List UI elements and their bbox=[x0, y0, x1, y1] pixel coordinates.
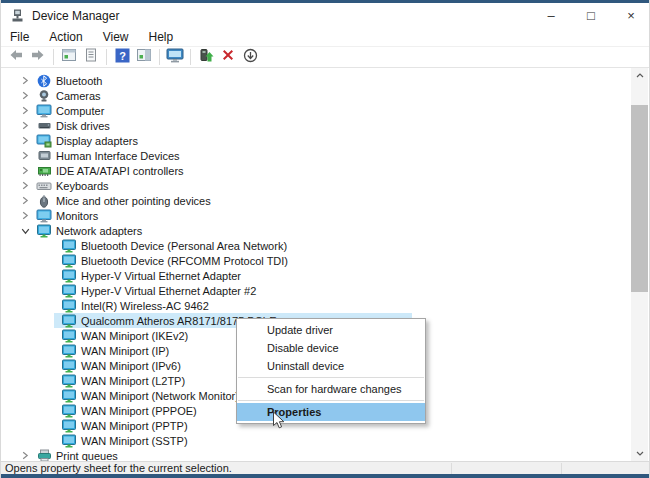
chevron-right-icon[interactable] bbox=[19, 451, 31, 461]
tree-item-monitors[interactable]: Monitors bbox=[2, 208, 634, 223]
maximize-button[interactable]: □ bbox=[571, 3, 611, 28]
tree-item-label: Network adapters bbox=[56, 225, 142, 237]
vertical-scrollbar[interactable] bbox=[631, 68, 648, 461]
tree-item-display-adapters[interactable]: Display adapters bbox=[2, 133, 634, 148]
tree-item-computer[interactable]: Computer bbox=[2, 103, 634, 118]
tree-item-bluetooth[interactable]: Bluetooth bbox=[2, 73, 634, 88]
tree-item-mice-and-other-pointing-devices[interactable]: Mice and other pointing devices bbox=[2, 193, 634, 208]
context-menu: Update driverDisable deviceUninstall dev… bbox=[236, 318, 426, 424]
tree-item-label: Human Interface Devices bbox=[56, 150, 180, 162]
menu-action[interactable]: Action bbox=[39, 28, 92, 46]
tree-item-label: Computer bbox=[56, 105, 104, 117]
tree-item-label: Hyper-V Virtual Ethernet Adapter #2 bbox=[81, 285, 256, 297]
tree-item-intel-r-wireless-ac-9462[interactable]: Intel(R) Wireless-AC 9462 bbox=[2, 298, 634, 313]
scroll-up-icon[interactable] bbox=[631, 68, 648, 83]
tree-item-print-queues[interactable]: Print queues bbox=[2, 448, 634, 461]
properties-button[interactable] bbox=[80, 48, 102, 67]
tree-item-cameras[interactable]: Cameras bbox=[2, 88, 634, 103]
net-icon bbox=[61, 314, 77, 328]
tree-item-label: Bluetooth Device (RFCOMM Protocol TDI) bbox=[81, 255, 288, 267]
disk-icon bbox=[36, 119, 52, 133]
monitor-icon bbox=[36, 104, 52, 118]
context-menu-item-properties[interactable]: Properties bbox=[237, 403, 425, 421]
chevron-right-icon[interactable] bbox=[19, 166, 31, 176]
disable-button[interactable] bbox=[239, 48, 261, 67]
mouse-cursor bbox=[272, 411, 285, 434]
remote-computer-button[interactable] bbox=[164, 48, 186, 67]
chevron-down-icon[interactable] bbox=[19, 226, 31, 236]
net-icon bbox=[61, 299, 77, 313]
tree-item-label: Bluetooth Device (Personal Area Network) bbox=[81, 240, 287, 252]
action-pane-button[interactable] bbox=[133, 48, 155, 67]
net-icon bbox=[61, 329, 77, 343]
tree-item-label: WAN Miniport (IP) bbox=[81, 345, 169, 357]
tree-item-label: WAN Miniport (IKEv2) bbox=[81, 330, 188, 342]
context-menu-item-update-driver[interactable]: Update driver bbox=[237, 321, 425, 339]
tree-item-network-adapters[interactable]: Network adapters bbox=[2, 223, 634, 238]
tree-item-wan-miniport-sstp[interactable]: WAN Miniport (SSTP) bbox=[2, 433, 634, 448]
toolbar-separator bbox=[106, 49, 107, 65]
chevron-right-icon[interactable] bbox=[19, 181, 31, 191]
console-tree-button[interactable] bbox=[58, 48, 80, 67]
scroll-down-icon[interactable] bbox=[631, 446, 648, 461]
context-menu-separator bbox=[238, 400, 424, 401]
tree-item-label: Disk drives bbox=[56, 120, 110, 132]
tree-item-label: Print queues bbox=[56, 450, 118, 462]
tree-item-label: Display adapters bbox=[56, 135, 138, 147]
chevron-right-icon[interactable] bbox=[19, 151, 31, 161]
scrollbar-thumb[interactable] bbox=[631, 105, 648, 292]
tree-item-hyper-v-virtual-ethernet-adapter[interactable]: Hyper-V Virtual Ethernet Adapter bbox=[2, 268, 634, 283]
menu-file[interactable]: File bbox=[1, 28, 39, 46]
net-icon bbox=[61, 269, 77, 283]
tree-item-human-interface-devices[interactable]: Human Interface Devices bbox=[2, 148, 634, 163]
net-icon bbox=[61, 359, 77, 373]
toolbar-separator bbox=[159, 49, 160, 65]
help-button[interactable]: ? bbox=[111, 48, 133, 67]
tree-item-bluetooth-device-rfcomm-protocol-tdi[interactable]: Bluetooth Device (RFCOMM Protocol TDI) bbox=[2, 253, 634, 268]
net-icon bbox=[36, 224, 52, 238]
chevron-right-icon[interactable] bbox=[19, 196, 31, 206]
context-menu-item-disable-device[interactable]: Disable device bbox=[237, 339, 425, 357]
tree-item-keyboards[interactable]: Keyboards bbox=[2, 178, 634, 193]
toolbar-separator bbox=[190, 49, 191, 65]
context-menu-item-scan-for-hardware-changes[interactable]: Scan for hardware changes bbox=[237, 380, 425, 398]
toolbar-separator bbox=[53, 49, 54, 65]
tree-item-label: WAN Miniport (Network Monitor) bbox=[81, 390, 239, 402]
window-title: Device Manager bbox=[32, 9, 119, 23]
window-bottom-border bbox=[1, 474, 650, 478]
menu-help[interactable]: Help bbox=[139, 28, 184, 46]
status-bar: Opens property sheet for the current sel… bbox=[1, 461, 650, 475]
tree-item-label: WAN Miniport (L2TP) bbox=[81, 375, 185, 387]
forward-button[interactable] bbox=[27, 48, 49, 67]
monitor-icon bbox=[36, 209, 52, 223]
minimize-button[interactable]: – bbox=[531, 3, 571, 28]
net-icon bbox=[61, 239, 77, 253]
net-icon bbox=[61, 419, 77, 433]
chevron-right-icon[interactable] bbox=[19, 76, 31, 86]
menu-view[interactable]: View bbox=[93, 28, 139, 46]
chevron-right-icon[interactable] bbox=[19, 121, 31, 131]
tree-item-label: Mice and other pointing devices bbox=[56, 195, 211, 207]
chevron-right-icon[interactable] bbox=[19, 91, 31, 101]
uninstall-button[interactable] bbox=[217, 48, 239, 67]
tree-item-label: Bluetooth bbox=[56, 75, 102, 87]
chevron-right-icon[interactable] bbox=[19, 211, 31, 221]
printer-icon bbox=[36, 449, 52, 462]
tree-item-hyper-v-virtual-ethernet-adapter-2[interactable]: Hyper-V Virtual Ethernet Adapter #2 bbox=[2, 283, 634, 298]
context-menu-item-uninstall-device[interactable]: Uninstall device bbox=[237, 357, 425, 375]
update-driver-button[interactable] bbox=[195, 48, 217, 67]
tree-item-label: IDE ATA/ATAPI controllers bbox=[56, 165, 184, 177]
properties-doc-icon bbox=[83, 48, 99, 66]
computer-monitor-icon bbox=[166, 48, 184, 67]
chevron-right-icon[interactable] bbox=[19, 106, 31, 116]
back-button[interactable] bbox=[5, 48, 27, 67]
net-icon bbox=[61, 434, 77, 448]
arrow-right-icon bbox=[30, 48, 46, 66]
chevron-right-icon[interactable] bbox=[19, 136, 31, 146]
tree-item-label: WAN Miniport (PPTP) bbox=[81, 420, 188, 432]
device-manager-app-icon bbox=[10, 8, 25, 23]
tree-item-ide-ata-atapi-controllers[interactable]: IDE ATA/ATAPI controllers bbox=[2, 163, 634, 178]
tree-item-bluetooth-device-personal-area-network[interactable]: Bluetooth Device (Personal Area Network) bbox=[2, 238, 634, 253]
tree-item-disk-drives[interactable]: Disk drives bbox=[2, 118, 634, 133]
close-button[interactable]: × bbox=[611, 3, 650, 28]
